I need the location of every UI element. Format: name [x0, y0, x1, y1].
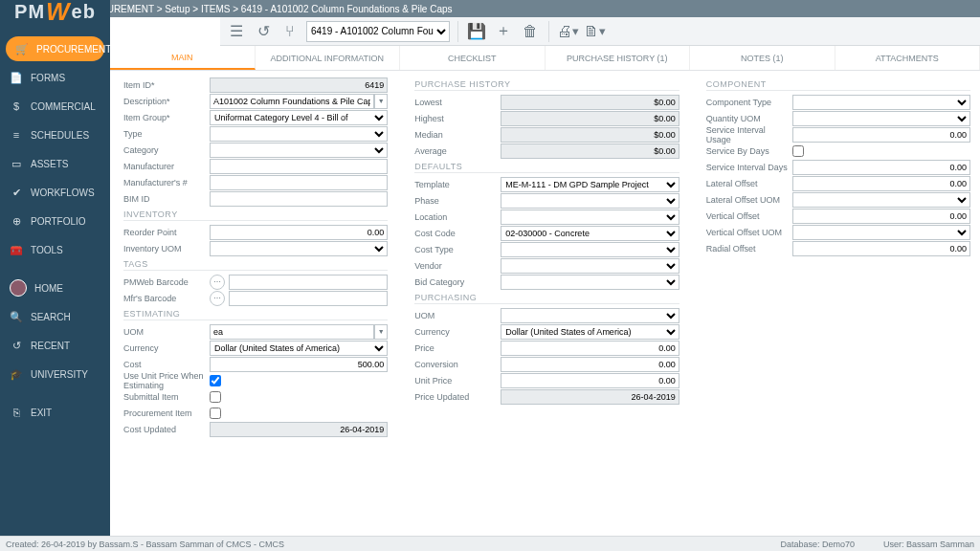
lateral-offset-uom-field[interactable] — [792, 192, 970, 208]
radial-offset-field[interactable] — [792, 241, 970, 256]
component-type-field[interactable] — [792, 95, 970, 110]
sidebar-item-workflows[interactable]: ✔WORKFLOWS — [0, 178, 110, 207]
description-field-dropdown[interactable]: ▼ — [374, 94, 388, 109]
location-field[interactable] — [501, 209, 679, 225]
service-by-days-checkbox[interactable] — [792, 145, 804, 157]
workflows-icon: ✔ — [10, 187, 23, 199]
sidebar-item-search[interactable]: 🔍SEARCH — [0, 302, 110, 331]
currency-label: Currency — [123, 343, 210, 353]
highest-label: Highest — [414, 114, 501, 123]
schedules-icon: ≡ — [10, 129, 23, 141]
uom-field[interactable] — [210, 324, 374, 340]
cost-label: Cost — [123, 360, 210, 369]
print-icon[interactable]: 🖨▾ — [557, 21, 578, 42]
sidebar-item-university[interactable]: 🎓UNIVERSITY — [0, 360, 110, 388]
item-group-field[interactable]: Uniformat Category Level 4 - Bill of — [210, 110, 388, 125]
submittal-item-label: Submittal Item — [123, 392, 210, 402]
price-field[interactable] — [501, 341, 679, 356]
uom-field-dropdown[interactable]: ▼ — [374, 324, 388, 340]
pmweb_barcode-action[interactable]: ⋯ — [210, 275, 225, 290]
sidebar-item-label: TOOLS — [31, 245, 63, 255]
cost-updated-field — [210, 422, 388, 437]
type-label: Type — [123, 129, 210, 139]
description-field[interactable] — [210, 94, 374, 109]
cost-type-label: Cost Type — [414, 245, 501, 254]
university-icon: 🎓 — [10, 368, 23, 381]
quantity-uom-field[interactable] — [792, 111, 970, 126]
sidebar-item-schedules[interactable]: ≡SCHEDULES — [0, 121, 110, 149]
portfolio-icon: ⊕ — [10, 215, 23, 228]
export-icon[interactable]: 🗎▾ — [584, 21, 605, 42]
tab-attachments[interactable]: ATTACHMENTS — [835, 46, 981, 70]
vertical-offset-field[interactable] — [792, 209, 970, 224]
pmweb_barcode-field[interactable] — [229, 275, 388, 290]
manufacturer-field[interactable] — [210, 159, 388, 174]
sidebar-item-portfolio[interactable]: ⊕PORTFOLIO — [0, 207, 110, 235]
type-field[interactable] — [210, 126, 388, 142]
cost-code-field[interactable]: 02-030000 - Concrete — [501, 226, 679, 241]
service-interval-days-field[interactable] — [792, 160, 970, 175]
item-id-field — [210, 77, 388, 93]
sidebar-item-recent[interactable]: ↺RECENT — [0, 331, 110, 360]
lowest-label: Lowest — [414, 98, 501, 107]
reorder-point-field[interactable] — [210, 225, 388, 240]
sidebar-item-label: COMMERCIAL — [31, 101, 96, 112]
price-updated-label: Price Updated — [414, 392, 501, 402]
tab-checklist[interactable]: CHECKLIST — [400, 46, 546, 70]
reorder-point-label: Reorder Point — [123, 228, 210, 237]
lateral-offset-field[interactable] — [792, 176, 970, 191]
section-purchasing: PURCHASING — [414, 293, 679, 304]
tab-purchase-history-[interactable]: PURCHASE HISTORY (1) — [546, 46, 691, 70]
category-field[interactable] — [210, 143, 388, 158]
template-label: Template — [414, 180, 501, 189]
history-icon[interactable]: ↺ — [253, 21, 274, 42]
add-icon[interactable]: ＋ — [493, 21, 514, 42]
purchasing-uom-field[interactable] — [501, 308, 679, 323]
hierarchy-icon[interactable]: ⑂ — [279, 21, 301, 42]
cost-type-field[interactable] — [501, 242, 679, 257]
sidebar-item-exit[interactable]: ⎘EXIT — [0, 398, 110, 427]
conversion-field[interactable] — [501, 357, 679, 372]
unit-price-field[interactable] — [501, 373, 679, 388]
bim-id-field[interactable] — [210, 191, 388, 207]
mfr_barcode-field[interactable] — [229, 291, 388, 306]
tab-notes-[interactable]: NOTES (1) — [690, 46, 835, 70]
bid-category-field[interactable] — [501, 275, 679, 290]
sidebar-item-assets[interactable]: ▭ASSETS — [0, 149, 110, 178]
breadcrumb-bar: i (Portfolio) > PROCUREMENT > Setup > IT… — [0, 0, 980, 17]
service-interval-usage-field[interactable] — [792, 127, 970, 143]
sidebar-item-home[interactable]: HOME — [0, 274, 110, 302]
sidebar-item-tools[interactable]: 🧰TOOLS — [0, 235, 110, 264]
manufacturer-no-field[interactable] — [210, 175, 388, 190]
sidebar-item-commercial[interactable]: $COMMERCIAL — [0, 92, 110, 121]
template-field[interactable]: ME-M-111 - DM GPD Sample Project — [501, 177, 679, 192]
vertical-offset-uom-field[interactable] — [792, 225, 970, 240]
phase-field[interactable] — [501, 193, 679, 209]
section-defaults: DEFAULTS — [414, 162, 679, 173]
procurement-item-checkbox[interactable] — [210, 408, 221, 419]
record-selector[interactable]: 6419 - A101002 Column Foundations — [306, 21, 450, 42]
vendor-field[interactable] — [501, 258, 679, 274]
uom-label: UOM — [123, 327, 210, 337]
inventory-uom-field[interactable] — [210, 241, 388, 256]
unit-price-label: Unit Price — [414, 376, 501, 386]
procurement-item-label: Procurement Item — [123, 408, 210, 418]
sidebar-item-forms[interactable]: 📄FORMS — [0, 63, 110, 92]
delete-icon[interactable]: 🗑 — [520, 21, 541, 42]
purchasing-currency-field[interactable]: Dollar (United States of America) — [501, 324, 679, 340]
currency-field[interactable]: Dollar (United States of America) — [210, 341, 388, 356]
cost-field[interactable] — [210, 357, 388, 372]
bim-id-label: BIM ID — [123, 194, 210, 204]
mfr_barcode-action[interactable]: ⋯ — [210, 291, 225, 306]
sidebar-item-label: WORKFLOWS — [31, 187, 95, 198]
sidebar-item-label: RECENT — [31, 341, 70, 351]
submittal-item-checkbox[interactable] — [210, 391, 221, 403]
use-unit-price-checkbox[interactable] — [210, 375, 221, 386]
tab-additional-information[interactable]: ADDITIONAL INFORMATION — [256, 46, 401, 70]
list-icon[interactable]: ☰ — [226, 21, 247, 42]
save-icon[interactable]: 💾 — [466, 21, 487, 42]
tools-icon: 🧰 — [10, 244, 23, 256]
inventory-uom-label: Inventory UOM — [123, 244, 210, 253]
sidebar-item-procurement[interactable]: 🛒PROCUREMENT — [6, 36, 104, 61]
tab-main[interactable]: MAIN — [110, 46, 256, 70]
